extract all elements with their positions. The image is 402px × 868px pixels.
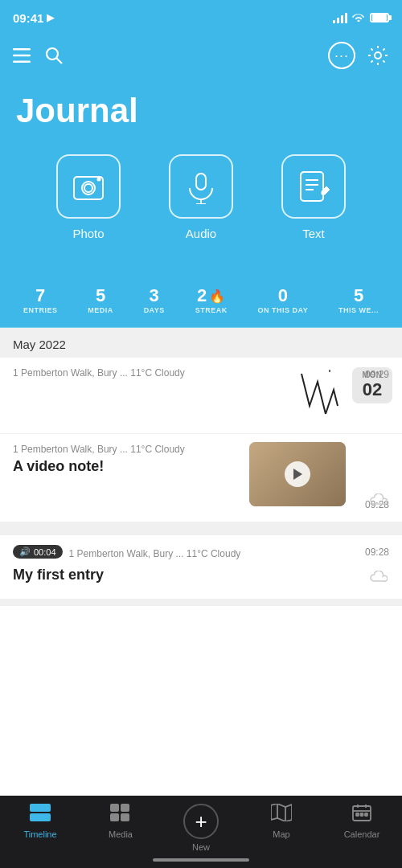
text-action[interactable]: Text bbox=[281, 154, 346, 240]
photo-icon-circle bbox=[56, 154, 121, 219]
new-plus-icon: + bbox=[183, 804, 219, 839]
audio-action[interactable]: Audio bbox=[169, 154, 233, 240]
stat-onthisday-label: ON THIS DAY bbox=[258, 306, 309, 314]
audio-entry[interactable]: 🔊 00:04 1 Pemberton Walk, Bury ... 11°C … bbox=[0, 535, 402, 600]
svg-rect-20 bbox=[30, 813, 51, 821]
stat-media-label: MEDIA bbox=[88, 306, 113, 314]
nav-media[interactable]: Media bbox=[80, 804, 161, 839]
stat-streak-value: 2 🔥 bbox=[197, 285, 225, 306]
stat-days-label: DAYS bbox=[144, 306, 165, 314]
audio-icon-circle bbox=[169, 154, 233, 219]
stat-entries-label: ENTRIES bbox=[23, 306, 58, 314]
home-indicator bbox=[153, 858, 249, 862]
text-icon-circle bbox=[281, 154, 346, 219]
header-left bbox=[13, 47, 63, 64]
stat-media-value: 5 bbox=[96, 285, 105, 306]
status-time: 09:41 bbox=[13, 11, 43, 25]
cloud-sync-icon bbox=[370, 493, 388, 510]
svg-rect-13 bbox=[301, 172, 323, 201]
calendar-label: Calendar bbox=[344, 829, 380, 839]
stat-entries-value: 7 bbox=[35, 285, 45, 306]
search-icon[interactable] bbox=[45, 47, 63, 64]
svg-rect-22 bbox=[121, 804, 129, 812]
audio-label: Audio bbox=[186, 227, 216, 240]
nav-timeline[interactable]: Timeline bbox=[0, 804, 80, 839]
wifi-icon bbox=[352, 11, 365, 24]
new-label: New bbox=[192, 842, 210, 852]
entry-group-1: MON 02 1 Pemberton Walk, Bury ... 11°C C… bbox=[0, 358, 402, 522]
menu-icon[interactable] bbox=[13, 48, 31, 63]
stat-onthisday: 0 ON THIS DAY bbox=[258, 285, 309, 314]
app-header: ··· bbox=[0, 35, 402, 76]
stat-onthisday-value: 0 bbox=[278, 285, 288, 306]
svg-rect-24 bbox=[121, 813, 129, 821]
status-bar: 09:41 ▶ bbox=[0, 0, 402, 35]
nav-map[interactable]: Map bbox=[241, 804, 322, 839]
flame-icon: 🔥 bbox=[209, 289, 225, 304]
svg-rect-19 bbox=[30, 804, 51, 812]
bottom-nav: Timeline Media + New Map bbox=[0, 796, 402, 868]
status-time-area: 09:41 ▶ bbox=[13, 11, 54, 25]
header-right: ··· bbox=[328, 42, 389, 69]
svg-point-3 bbox=[47, 48, 58, 59]
stat-entries: 7 ENTRIES bbox=[23, 285, 58, 314]
svg-marker-25 bbox=[271, 804, 292, 821]
app-title: Journal bbox=[16, 92, 386, 130]
stat-thisweek: 5 THIS WE... bbox=[338, 285, 379, 314]
speaker-icon: 🔊 bbox=[19, 547, 31, 557]
svg-point-9 bbox=[98, 178, 100, 181]
audio-cloud-icon bbox=[370, 571, 388, 588]
svg-rect-21 bbox=[110, 804, 119, 812]
stat-days: 3 DAYS bbox=[144, 285, 165, 314]
signal-icon bbox=[333, 12, 347, 23]
stat-media: 5 MEDIA bbox=[88, 285, 113, 314]
svg-marker-18 bbox=[293, 469, 302, 480]
location-icon: ▶ bbox=[47, 12, 54, 23]
svg-rect-32 bbox=[356, 813, 359, 816]
action-icons-row: Photo Audio bbox=[16, 154, 386, 240]
content-area: May 2022 MON 02 1 Pemberton Walk, Bury .… bbox=[0, 328, 402, 606]
audio-duration-badge: 🔊 00:04 bbox=[13, 545, 63, 559]
play-button[interactable] bbox=[285, 461, 310, 487]
map-label: Map bbox=[273, 829, 289, 839]
audio-time: 09:28 bbox=[365, 547, 389, 558]
timeline-icon bbox=[30, 804, 51, 826]
stat-days-value: 3 bbox=[150, 285, 159, 306]
sketch-entry[interactable]: 1 Pemberton Walk, Bury ... 11°C Cloudy 0… bbox=[0, 358, 402, 434]
map-icon bbox=[271, 804, 292, 826]
svg-rect-34 bbox=[365, 813, 367, 816]
sketch-image bbox=[253, 366, 346, 428]
audio-entry-header: 🔊 00:04 1 Pemberton Walk, Bury ... 11°C … bbox=[13, 545, 389, 562]
stat-streak: 2 🔥 STREAK bbox=[195, 285, 228, 314]
audio-entry-group: 🔊 00:04 1 Pemberton Walk, Bury ... 11°C … bbox=[0, 535, 402, 600]
svg-point-5 bbox=[375, 52, 381, 59]
media-icon bbox=[110, 804, 131, 826]
month-header: May 2022 bbox=[0, 328, 402, 358]
svg-rect-2 bbox=[13, 61, 31, 63]
text-label: Text bbox=[302, 227, 325, 240]
calendar-icon bbox=[352, 804, 371, 826]
svg-rect-23 bbox=[110, 813, 119, 821]
photo-label: Photo bbox=[72, 227, 104, 240]
svg-rect-1 bbox=[13, 55, 31, 57]
battery-icon bbox=[370, 13, 389, 23]
svg-rect-0 bbox=[13, 48, 31, 51]
section-divider bbox=[0, 529, 402, 535]
nav-new[interactable]: + New bbox=[161, 804, 241, 852]
status-right-area bbox=[333, 11, 389, 24]
audio-title: My first entry bbox=[13, 567, 389, 583]
audio-duration: 00:04 bbox=[34, 547, 56, 557]
svg-rect-10 bbox=[196, 174, 206, 190]
nav-calendar[interactable]: Calendar bbox=[322, 804, 402, 839]
sketch-time: 09:29 bbox=[365, 369, 389, 380]
video-thumbnail bbox=[249, 442, 346, 506]
svg-line-4 bbox=[57, 59, 63, 64]
video-entry[interactable]: 1 Pemberton Walk, Bury ... 11°C Cloudy A… bbox=[0, 434, 402, 522]
settings-icon[interactable] bbox=[367, 44, 389, 67]
svg-rect-33 bbox=[361, 813, 363, 816]
stat-thisweek-label: THIS WE... bbox=[338, 306, 379, 314]
stat-streak-label: STREAK bbox=[195, 306, 228, 314]
photo-action[interactable]: Photo bbox=[56, 154, 121, 240]
stat-thisweek-value: 5 bbox=[354, 285, 363, 306]
more-options-icon[interactable]: ··· bbox=[328, 42, 355, 69]
